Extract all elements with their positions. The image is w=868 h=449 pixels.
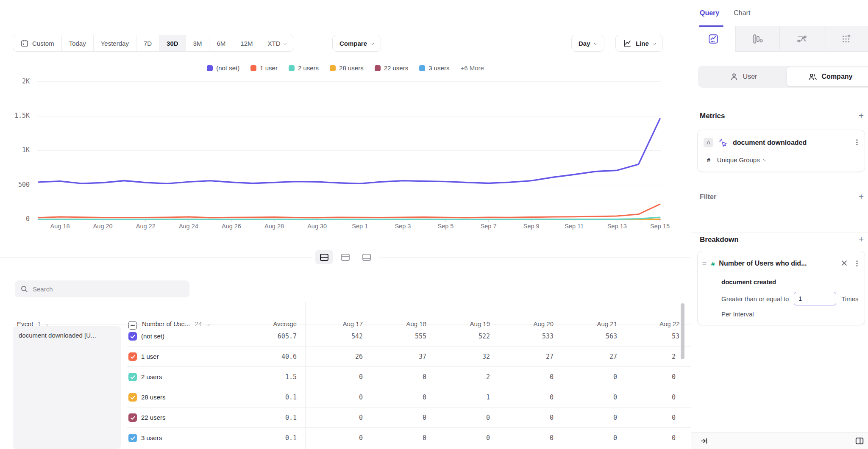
cell-value: 26: [312, 346, 363, 367]
company-label: Company: [822, 73, 853, 80]
cell-value: 0: [566, 367, 617, 387]
remove-breakdown-button[interactable]: [841, 260, 848, 266]
series-checkbox[interactable]: [128, 434, 137, 442]
x-tick-label: Sep 11: [556, 223, 592, 230]
per-interval-label[interactable]: Per Interval: [721, 310, 754, 318]
table-only-view-button[interactable]: [358, 250, 376, 264]
cell-value: 563: [566, 326, 617, 346]
chart-type-grid-tab[interactable]: [824, 26, 868, 52]
average-value: 40.6: [237, 346, 297, 367]
series-label: 2 users: [141, 367, 162, 387]
series-checkbox[interactable]: [128, 352, 137, 361]
sidebar-footer: [691, 432, 868, 449]
condition-label[interactable]: Greater than or equal to: [721, 295, 789, 302]
x-tick-label: Sep 1: [342, 223, 378, 230]
average-value: 605.7: [237, 326, 297, 346]
add-breakdown-button[interactable]: +: [857, 235, 866, 244]
y-tick-label: 2K: [4, 78, 30, 85]
series-label: (not set): [141, 326, 164, 346]
user-label: User: [743, 73, 757, 80]
x-tick-label: Aug 18: [42, 223, 78, 230]
cell-value: 27: [566, 346, 617, 367]
drag-handle-icon[interactable]: [702, 261, 707, 266]
user-segment[interactable]: User: [700, 67, 787, 86]
metric-title-row: A document downloaded: [704, 138, 807, 147]
x-tick-label: Sep 7: [471, 223, 506, 230]
view-layout-toggles: [312, 248, 379, 266]
cell-value: 2: [439, 367, 490, 387]
cell-value: 0: [439, 428, 490, 448]
sidebar-tabs: Query Chart: [691, 0, 868, 26]
metrics-heading: Metrics: [700, 112, 725, 120]
x-tick-label: Sep 3: [385, 223, 420, 230]
chart-and-table-panel: CustomTodayYesterday7D30D3M6M12MXTD Comp…: [0, 0, 691, 449]
cell-value: 0: [312, 367, 363, 387]
series-checkbox[interactable]: [128, 373, 137, 381]
breakdown-title: Number of Users who did...: [719, 260, 807, 267]
metric-menu-button[interactable]: [854, 139, 860, 146]
chart-type-bar-tab[interactable]: [735, 26, 780, 52]
panel-layout-icon[interactable]: [855, 436, 864, 446]
cell-value: 0: [672, 428, 691, 448]
metric-name: document downloaded: [733, 139, 807, 147]
add-filter-button[interactable]: +: [857, 192, 866, 202]
table-row: (not set)605.754255552253356353: [0, 326, 691, 346]
cell-value: 37: [376, 346, 426, 367]
cell-value: 0: [566, 428, 617, 448]
breakdown-event-name[interactable]: document created: [721, 278, 776, 285]
breakdown-heading: Breakdown: [700, 236, 739, 244]
cell-value: 1: [439, 387, 490, 407]
chart-type-flow-tab[interactable]: [779, 26, 824, 52]
table-search: [15, 280, 189, 297]
cell-value: 542: [312, 326, 363, 346]
chart-type-line-tab[interactable]: [691, 26, 735, 52]
cell-value: 0: [376, 367, 426, 387]
breakdown-title-row: # Number of Users who did...: [702, 260, 807, 267]
chart-type-strip: [691, 26, 868, 52]
table-scrollbar[interactable]: [681, 303, 684, 359]
x-tick-label: Sep 5: [428, 223, 463, 230]
search-input[interactable]: [33, 285, 184, 293]
x-tick-label: Aug 22: [128, 223, 164, 230]
tab-chart[interactable]: Chart: [734, 9, 750, 17]
person-icon: [729, 72, 739, 81]
x-tick-label: Sep 13: [599, 223, 635, 230]
collapse-sidebar-icon[interactable]: [700, 436, 709, 446]
cell-value: 0: [376, 387, 426, 407]
line-chart: 05001K1.5K2K Aug 18Aug 20Aug 22Aug 24Aug…: [0, 0, 691, 237]
add-metric-button[interactable]: +: [857, 111, 866, 121]
y-tick-label: 500: [4, 181, 30, 188]
series-checkbox[interactable]: [128, 393, 137, 402]
series-checkbox[interactable]: [128, 413, 137, 422]
company-segment[interactable]: Company: [787, 67, 868, 86]
series-label: 1 user: [141, 346, 159, 367]
aggregation-label: Unique Groups: [717, 156, 760, 164]
event-click-icon: [718, 138, 728, 147]
breakdown-card[interactable]: # Number of Users who did... document cr…: [697, 251, 865, 325]
cell-value: 522: [439, 326, 490, 346]
hash-green-icon: #: [711, 260, 715, 267]
metric-aggregation-row[interactable]: # Unique Groups: [707, 156, 767, 164]
cell-value: 0: [672, 407, 691, 428]
metric-card[interactable]: A document downloaded # Unique Groups: [697, 130, 865, 172]
cell-value: 0: [312, 407, 363, 428]
chart-only-view-button[interactable]: [337, 250, 354, 264]
x-tick-label: Aug 28: [256, 223, 292, 230]
cell-value: 555: [376, 326, 426, 346]
search-icon: [20, 285, 28, 293]
breakdown-menu-button[interactable]: [854, 260, 860, 267]
chart-canvas[interactable]: [0, 0, 691, 237]
query-sidebar: Query Chart User: [691, 0, 868, 449]
tab-query[interactable]: Query: [700, 9, 719, 17]
y-tick-label: 0: [4, 215, 30, 223]
series-checkbox[interactable]: [128, 332, 137, 341]
people-icon: [808, 72, 818, 82]
cell-value: 0: [439, 407, 490, 428]
split-view-button[interactable]: [315, 250, 333, 264]
x-tick-label: Aug 24: [171, 223, 206, 230]
table-row: 2 users1.5002000: [0, 367, 691, 387]
average-value: 0.1: [237, 407, 297, 428]
condition-value-input[interactable]: [794, 292, 836, 305]
breakdown-condition-row: Greater than or equal to Times: [721, 292, 859, 305]
series-label: 3 users: [141, 428, 162, 448]
